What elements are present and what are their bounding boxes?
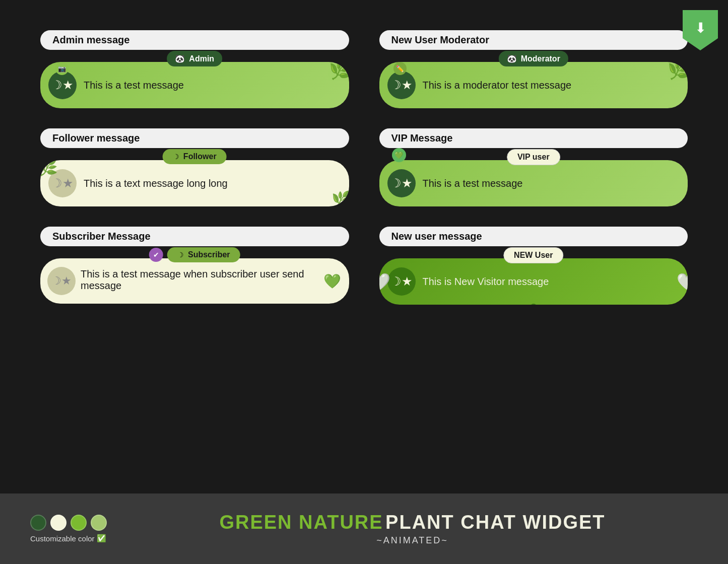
subscriber-heart-wings: 💚 [323, 273, 341, 290]
subscriber-widget: ✔ ☽ Subscriber ☽★ This is a test message… [40, 254, 349, 304]
subscriber-label: Subscriber Message [40, 227, 349, 246]
admin-badge-text: Admin [189, 54, 214, 63]
moderator-label: New User Moderator [379, 30, 688, 50]
moderator-badge-text: Moderator [521, 54, 560, 63]
vip-section: VIP Message 💚 VIP user ☽★ This is a test… [379, 128, 688, 206]
moderator-section: New User Moderator ✏️ 🐼 Moderator ☽★ Thi… [379, 30, 688, 108]
follower-moon-star: ☽★ [51, 176, 74, 190]
vip-badge-text: VIP user [517, 153, 550, 162]
follower-widget: ☽ Follower 🌿 ☽★ This is a text message l… [40, 156, 349, 206]
newuser-wing-right: 🤍 [677, 272, 688, 291]
newuser-badge-text: NEW User [514, 251, 553, 260]
follower-badge-text: Follower [183, 152, 217, 161]
newuser-label: New user message [379, 227, 688, 246]
admin-body: ☽★ This is a test message 🌿 [40, 62, 349, 108]
vip-heart-icon: 💚 [392, 148, 406, 162]
admin-label: Admin message [40, 30, 349, 50]
follower-body: 🌿 ☽★ This is a text message long long 🌿 [40, 160, 349, 206]
follower-plant-left: 🌿 [40, 160, 58, 177]
moderator-message: This is a moderator test message [423, 80, 572, 91]
color-circle-bright-green [71, 515, 87, 531]
follower-section: Follower message ☽ Follower 🌿 ☽★ This is… [40, 128, 349, 206]
download-icon: ⬇ [695, 20, 706, 36]
vip-message: This is a test message [423, 178, 523, 189]
main-content: Admin message 📷 🐼 Admin ☽★ This is a tes… [0, 0, 728, 315]
moderator-badge-icon: 🐼 [507, 54, 517, 63]
subscriber-message: This is a test message when subscriber u… [81, 268, 304, 291]
follower-plant-right: 🌿 [332, 190, 349, 206]
circles-row-1 [30, 515, 107, 531]
newuser-dot [530, 304, 537, 305]
admin-moon-icon: ☽★ [48, 71, 77, 99]
moderator-pencil-icon: ✏️ [393, 62, 407, 75]
newuser-section: New user message NEW User 🤍 ☽★ This is N… [379, 227, 688, 305]
admin-name-badge: 🐼 Admin [167, 51, 222, 66]
vip-label: VIP Message [379, 128, 688, 148]
footer-green-nature: GREEN NATURE [219, 512, 383, 533]
subscriber-name-badge: ☽ Subscriber [167, 247, 240, 262]
moderator-widget: ✏️ 🐼 Moderator ☽★ This is a moderator te… [379, 58, 688, 108]
moon-star-symbol: ☽★ [51, 78, 74, 92]
footer: Customizable color ✅ GREEN NATURE PLANT … [0, 494, 728, 564]
footer-plant-chat: PLANT CHAT WIDGET [385, 512, 605, 533]
sub-moon-star: ☽★ [51, 274, 72, 288]
color-circle-dark-green [30, 515, 46, 531]
moderator-plant-deco: 🌿 [668, 62, 688, 81]
newuser-body: 🤍 ☽★ This is New Visitor message 🤍 [379, 258, 688, 305]
color-circle-light-green [91, 515, 107, 531]
admin-badge-icon: 🐼 [175, 54, 185, 63]
color-palette: Customizable color ✅ [30, 515, 107, 543]
subscriber-check-icon: ✔ [149, 248, 163, 262]
admin-cam-icon: 📷 [55, 62, 69, 75]
admin-section: Admin message 📷 🐼 Admin ☽★ This is a tes… [40, 30, 349, 108]
subscriber-section: Subscriber Message ✔ ☽ Subscriber ☽★ Thi… [40, 227, 349, 305]
color-circle-cream [50, 515, 67, 531]
footer-title-line1: GREEN NATURE PLANT CHAT WIDGET [127, 512, 698, 533]
subscriber-moon-icon: ☽★ [47, 267, 76, 295]
follower-name-badge: ☽ Follower [163, 149, 227, 164]
newuser-wing-left: 🤍 [379, 272, 390, 291]
subscriber-badge-text: Subscriber [188, 250, 230, 259]
customizable-check-icon: ✅ [97, 534, 106, 543]
footer-title: GREEN NATURE PLANT CHAT WIDGET ~ANIMATED… [127, 512, 698, 546]
moderator-body: ☽★ This is a moderator test message 🌿 [379, 62, 688, 108]
follower-badge-icon: ☽ [173, 153, 179, 161]
vip-body: ☽★ This is a test message [379, 160, 688, 206]
moderator-moon-icon: ☽★ [387, 71, 416, 99]
follower-message: This is a text message long long [84, 178, 228, 189]
newuser-moon-icon: ☽★ [387, 267, 416, 296]
vip-widget: 💚 VIP user ☽★ This is a test message [379, 156, 688, 206]
moderator-name-badge: 🐼 Moderator [499, 51, 568, 66]
newuser-moon-star: ☽★ [390, 274, 413, 289]
vip-name-badge: VIP user [507, 149, 560, 165]
vip-moon-icon: ☽★ [387, 169, 416, 197]
admin-widget: 📷 🐼 Admin ☽★ This is a test message 🌿 [40, 58, 349, 108]
customizable-label: Customizable color [30, 534, 95, 543]
subscriber-top-row: ✔ ☽ Subscriber [149, 247, 240, 262]
footer-animated: ~ANIMATED~ [127, 535, 698, 546]
vip-moon-star: ☽★ [390, 176, 413, 190]
customizable-text: Customizable color ✅ [30, 534, 106, 543]
subscriber-body: ☽★ This is a test message when subscribe… [40, 258, 349, 304]
follower-label: Follower message [40, 128, 349, 148]
admin-plant-deco: 🌿 [329, 62, 349, 81]
newuser-name-badge: NEW User [503, 247, 563, 263]
mod-moon-star: ☽★ [390, 78, 413, 92]
admin-message: This is a test message [84, 80, 184, 91]
newuser-widget: NEW User 🤍 ☽★ This is New Visitor messag… [379, 254, 688, 305]
newuser-message: This is New Visitor message [423, 276, 549, 288]
